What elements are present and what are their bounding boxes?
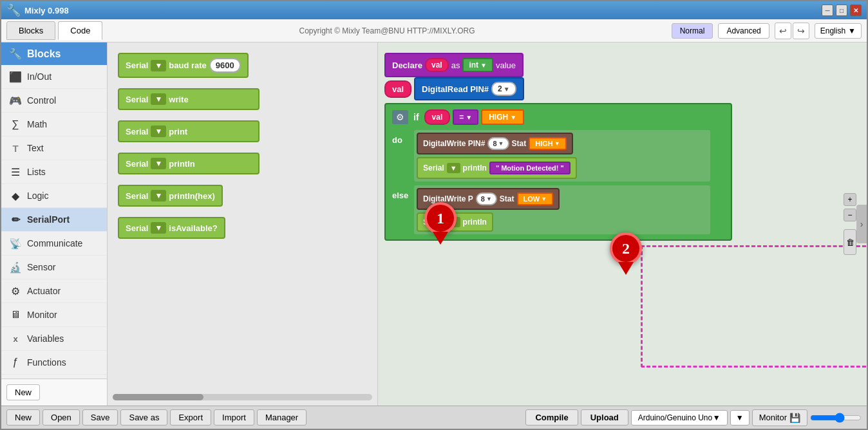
- canvas-trash-icon[interactable]: 🗑: [844, 229, 856, 255]
- dw-low-block[interactable]: DigitalWrite P 8 ▼ Stat LOW ▼: [417, 188, 708, 210]
- sidebar-item-text[interactable]: T Text: [1, 136, 107, 160]
- if-gear-icon[interactable]: ⚙: [392, 110, 408, 124]
- advanced-mode-button[interactable]: Advanced: [718, 23, 769, 39]
- digitalread-pin-dropdown[interactable]: 2 ▼: [491, 82, 516, 96]
- sp1-dropdown[interactable]: ▼: [447, 163, 460, 173]
- app-window: 🔧 Mixly 0.998 ─ □ ✕ Blocks Code Copyrigh…: [0, 0, 868, 430]
- else-label: else: [392, 185, 411, 200]
- sidebar-item-inout[interactable]: ⬛ In/Out: [1, 65, 107, 89]
- if-high-dropdown[interactable]: HIGH ▼: [481, 109, 524, 125]
- serial-println-else-block[interactable]: Serial ▼ println: [417, 212, 708, 232]
- sidebar-bottom: New: [1, 379, 107, 406]
- zoom-slider[interactable]: [810, 413, 862, 423]
- save-file-button[interactable]: Save: [82, 409, 118, 425]
- baud-value[interactable]: 9600: [209, 58, 241, 73]
- board-selector[interactable]: Arduino/Genuino Uno ▼: [631, 410, 728, 425]
- export-button[interactable]: Export: [170, 409, 211, 425]
- digitalread-pin-val: 2: [498, 84, 502, 93]
- sidebar-item-communicate[interactable]: 📡 Communicate: [1, 232, 107, 256]
- canvas-collapse-handle[interactable]: ›: [856, 205, 867, 243]
- serial-println-hex-block[interactable]: Serial ▼ println(hex): [118, 185, 367, 207]
- dr-val-badge: val: [384, 80, 411, 98]
- close-button[interactable]: ✕: [850, 5, 862, 16]
- serial-println-motion-block[interactable]: Serial ▼ println " Motion Detected! ": [417, 157, 708, 179]
- serial-println-block[interactable]: Serial ▼ println: [118, 153, 367, 174]
- sidebar-item-math[interactable]: ∑ Math: [1, 113, 107, 136]
- canvas-scroll-minus[interactable]: −: [844, 209, 856, 221]
- serial-available-block[interactable]: Serial ▼ isAvailable?: [118, 217, 367, 239]
- println-serial-dropdown[interactable]: ▼: [151, 158, 166, 169]
- serial-print-block[interactable]: Serial ▼ print: [118, 120, 367, 142]
- tab-blocks[interactable]: Blocks: [6, 21, 55, 40]
- sidebar-item-sensor[interactable]: 🔬 Sensor: [1, 256, 107, 279]
- print-serial-dropdown[interactable]: ▼: [151, 126, 166, 137]
- else-section: else DigitalWrite P 8 ▼ St: [388, 183, 728, 237]
- open-file-button[interactable]: Open: [42, 409, 80, 425]
- baud-rate-block[interactable]: Serial ▼ baud rate 9600: [118, 53, 367, 78]
- upload-button[interactable]: Upload: [581, 409, 628, 425]
- undo-redo-group: ↩ ↪: [775, 23, 809, 39]
- do-section: do DigitalWrite PIN# 8 ▼ S: [388, 129, 728, 183]
- available-dropdown[interactable]: ▼: [151, 222, 166, 234]
- redo-button[interactable]: ↪: [793, 23, 809, 39]
- save-as-button[interactable]: Save as: [120, 409, 167, 425]
- dw-high-block[interactable]: DigitalWrite PIN# 8 ▼ Stat HIGH ▼: [417, 133, 708, 154]
- sidebar-item-label-actuator: Actuator: [27, 286, 61, 296]
- board-label: Arduino/Genuino Uno: [638, 413, 712, 422]
- serial-write-block[interactable]: Serial ▼ write: [118, 88, 367, 110]
- sidebar-item-actuator[interactable]: ⚙ Actuator: [1, 279, 107, 303]
- tab-code[interactable]: Code: [58, 21, 102, 40]
- monitor-button[interactable]: Monitor 💾: [752, 409, 807, 426]
- selection-dashed-box: [641, 245, 867, 368]
- dw1-high-dropdown[interactable]: HIGH ▼: [529, 137, 566, 150]
- language-selector[interactable]: English ▼: [815, 23, 862, 39]
- sidebar-item-variables[interactable]: x Variables: [1, 327, 107, 351]
- import-button[interactable]: Import: [214, 409, 254, 425]
- dw1-label: DigitalWrite PIN#: [423, 139, 485, 148]
- sidebar-item-control[interactable]: 🎮 Control: [1, 89, 107, 113]
- dw2-pin-dropdown[interactable]: 8 ▼: [476, 192, 497, 205]
- sp2-dropdown[interactable]: ▼: [447, 217, 460, 227]
- undo-button[interactable]: ↩: [775, 23, 791, 39]
- compile-button[interactable]: Compile: [525, 409, 578, 425]
- sidebar-item-functions[interactable]: ƒ Functions: [1, 351, 107, 375]
- canvas-scroll-plus[interactable]: +: [844, 193, 856, 206]
- baud-serial-dropdown[interactable]: ▼: [151, 60, 166, 71]
- println-hex-serial-label: Serial: [126, 191, 148, 201]
- sidebar-item-serialport[interactable]: ✏ SerialPort: [1, 208, 107, 232]
- normal-mode-button[interactable]: Normal: [672, 23, 713, 39]
- digitalread-label: DigitalRead PIN#: [422, 84, 489, 94]
- dw2-pin-arrow-icon: ▼: [486, 196, 492, 202]
- new-file-button[interactable]: New: [6, 409, 40, 425]
- declare-type-dropdown[interactable]: int ▼: [462, 58, 493, 72]
- if-header-row: ⚙ if val = ▼ HIGH ▼: [388, 107, 728, 129]
- maximize-button[interactable]: □: [836, 5, 847, 16]
- dw2-low-dropdown[interactable]: LOW ▼: [517, 192, 554, 205]
- dw1-pin-dropdown[interactable]: 8 ▼: [487, 137, 509, 150]
- sidebar-item-logic[interactable]: ◆ Logic: [1, 184, 107, 208]
- board-extra-button[interactable]: ▼: [730, 410, 750, 425]
- write-serial-dropdown[interactable]: ▼: [151, 93, 166, 105]
- sidebar-item-label-control: Control: [27, 95, 56, 106]
- declare-block[interactable]: Declare val as int ▼ value: [384, 53, 524, 77]
- palette-scrollbar[interactable]: [113, 394, 372, 400]
- if-eq-dropdown[interactable]: = ▼: [453, 109, 478, 125]
- minimize-button[interactable]: ─: [822, 5, 833, 16]
- sensor-icon: 🔬: [9, 261, 22, 274]
- sp2-serial-label: Serial: [423, 218, 444, 227]
- digitalread-block[interactable]: val DigitalRead PIN# 2 ▼: [384, 77, 524, 100]
- language-arrow-icon: ▼: [848, 26, 856, 35]
- println-hex-dropdown[interactable]: ▼: [151, 190, 166, 201]
- sidebar-scroll[interactable]: ⬛ In/Out 🎮 Control ∑ Math T Text ☰ Li: [1, 65, 107, 379]
- if-else-block[interactable]: ⚙ if val = ▼ HIGH ▼ do: [384, 103, 732, 241]
- dw2-stat-label: Stat: [500, 194, 514, 203]
- code-canvas[interactable]: Declare val as int ▼ value val DigitalRe…: [378, 42, 867, 406]
- manager-button[interactable]: Manager: [257, 409, 307, 425]
- sidebar-item-monitor[interactable]: 🖥 Monitor: [1, 303, 107, 327]
- if-high-arrow-icon: ▼: [510, 114, 516, 121]
- new-button[interactable]: New: [6, 384, 40, 400]
- marker-2-label: 2: [622, 240, 630, 257]
- baud-text: baud rate: [169, 61, 207, 70]
- sidebar-item-lists[interactable]: ☰ Lists: [1, 160, 107, 184]
- board-arrow-icon: ▼: [713, 413, 721, 422]
